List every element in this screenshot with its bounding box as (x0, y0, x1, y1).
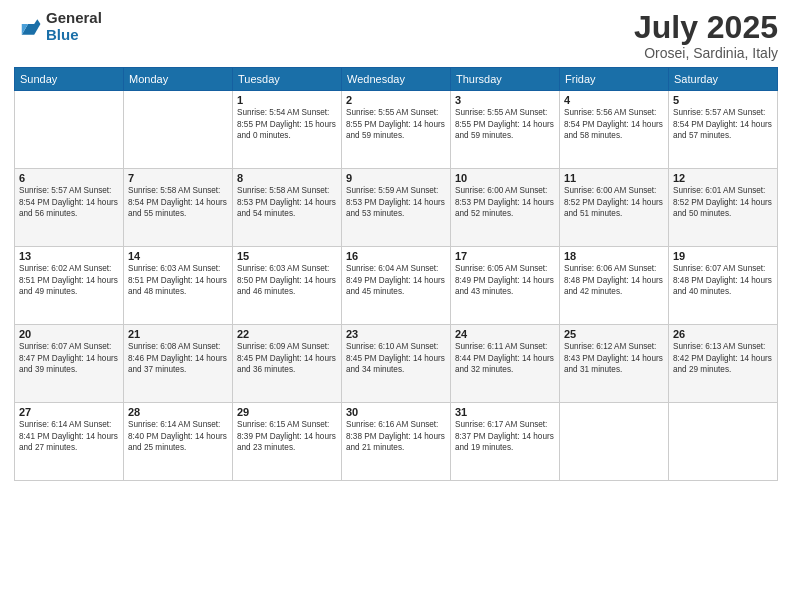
day-info: Sunrise: 6:00 AM Sunset: 8:52 PM Dayligh… (564, 185, 664, 219)
location-subtitle: Orosei, Sardinia, Italy (634, 45, 778, 61)
calendar-header-row: Sunday Monday Tuesday Wednesday Thursday… (15, 68, 778, 91)
calendar-cell (669, 403, 778, 481)
day-number: 1 (237, 94, 337, 106)
day-number: 23 (346, 328, 446, 340)
calendar-cell: 6Sunrise: 5:57 AM Sunset: 8:54 PM Daylig… (15, 169, 124, 247)
day-number: 16 (346, 250, 446, 262)
day-info: Sunrise: 6:14 AM Sunset: 8:40 PM Dayligh… (128, 419, 228, 453)
day-number: 6 (19, 172, 119, 184)
day-number: 31 (455, 406, 555, 418)
day-info: Sunrise: 6:07 AM Sunset: 8:48 PM Dayligh… (673, 263, 773, 297)
calendar-cell (124, 91, 233, 169)
day-info: Sunrise: 6:02 AM Sunset: 8:51 PM Dayligh… (19, 263, 119, 297)
day-info: Sunrise: 5:58 AM Sunset: 8:53 PM Dayligh… (237, 185, 337, 219)
day-number: 5 (673, 94, 773, 106)
day-info: Sunrise: 6:14 AM Sunset: 8:41 PM Dayligh… (19, 419, 119, 453)
day-number: 30 (346, 406, 446, 418)
calendar-cell: 5Sunrise: 5:57 AM Sunset: 8:54 PM Daylig… (669, 91, 778, 169)
day-info: Sunrise: 5:58 AM Sunset: 8:54 PM Dayligh… (128, 185, 228, 219)
day-number: 10 (455, 172, 555, 184)
calendar-week-2: 6Sunrise: 5:57 AM Sunset: 8:54 PM Daylig… (15, 169, 778, 247)
day-info: Sunrise: 5:55 AM Sunset: 8:55 PM Dayligh… (455, 107, 555, 141)
calendar-cell: 8Sunrise: 5:58 AM Sunset: 8:53 PM Daylig… (233, 169, 342, 247)
day-number: 28 (128, 406, 228, 418)
day-info: Sunrise: 6:11 AM Sunset: 8:44 PM Dayligh… (455, 341, 555, 375)
day-info: Sunrise: 6:08 AM Sunset: 8:46 PM Dayligh… (128, 341, 228, 375)
day-number: 15 (237, 250, 337, 262)
day-number: 9 (346, 172, 446, 184)
day-number: 3 (455, 94, 555, 106)
calendar-cell: 13Sunrise: 6:02 AM Sunset: 8:51 PM Dayli… (15, 247, 124, 325)
day-info: Sunrise: 6:03 AM Sunset: 8:51 PM Dayligh… (128, 263, 228, 297)
logo-text: General Blue (46, 10, 102, 43)
calendar-cell: 22Sunrise: 6:09 AM Sunset: 8:45 PM Dayli… (233, 325, 342, 403)
calendar-cell: 24Sunrise: 6:11 AM Sunset: 8:44 PM Dayli… (451, 325, 560, 403)
calendar-cell: 23Sunrise: 6:10 AM Sunset: 8:45 PM Dayli… (342, 325, 451, 403)
calendar-cell: 9Sunrise: 5:59 AM Sunset: 8:53 PM Daylig… (342, 169, 451, 247)
col-monday: Monday (124, 68, 233, 91)
calendar-week-3: 13Sunrise: 6:02 AM Sunset: 8:51 PM Dayli… (15, 247, 778, 325)
logo: General Blue (14, 10, 102, 43)
day-info: Sunrise: 6:15 AM Sunset: 8:39 PM Dayligh… (237, 419, 337, 453)
logo-general: General (46, 10, 102, 27)
calendar-cell: 26Sunrise: 6:13 AM Sunset: 8:42 PM Dayli… (669, 325, 778, 403)
col-thursday: Thursday (451, 68, 560, 91)
logo-icon (14, 13, 42, 41)
day-number: 13 (19, 250, 119, 262)
calendar-cell: 15Sunrise: 6:03 AM Sunset: 8:50 PM Dayli… (233, 247, 342, 325)
day-number: 21 (128, 328, 228, 340)
col-saturday: Saturday (669, 68, 778, 91)
col-wednesday: Wednesday (342, 68, 451, 91)
day-number: 24 (455, 328, 555, 340)
day-number: 25 (564, 328, 664, 340)
title-block: July 2025 Orosei, Sardinia, Italy (634, 10, 778, 61)
calendar-cell: 30Sunrise: 6:16 AM Sunset: 8:38 PM Dayli… (342, 403, 451, 481)
calendar-week-1: 1Sunrise: 5:54 AM Sunset: 8:55 PM Daylig… (15, 91, 778, 169)
day-info: Sunrise: 6:09 AM Sunset: 8:45 PM Dayligh… (237, 341, 337, 375)
day-info: Sunrise: 5:57 AM Sunset: 8:54 PM Dayligh… (673, 107, 773, 141)
calendar-cell: 28Sunrise: 6:14 AM Sunset: 8:40 PM Dayli… (124, 403, 233, 481)
day-info: Sunrise: 6:03 AM Sunset: 8:50 PM Dayligh… (237, 263, 337, 297)
day-info: Sunrise: 6:13 AM Sunset: 8:42 PM Dayligh… (673, 341, 773, 375)
calendar-cell: 31Sunrise: 6:17 AM Sunset: 8:37 PM Dayli… (451, 403, 560, 481)
col-tuesday: Tuesday (233, 68, 342, 91)
calendar-week-5: 27Sunrise: 6:14 AM Sunset: 8:41 PM Dayli… (15, 403, 778, 481)
day-info: Sunrise: 6:07 AM Sunset: 8:47 PM Dayligh… (19, 341, 119, 375)
day-info: Sunrise: 6:01 AM Sunset: 8:52 PM Dayligh… (673, 185, 773, 219)
day-number: 27 (19, 406, 119, 418)
calendar-cell: 16Sunrise: 6:04 AM Sunset: 8:49 PM Dayli… (342, 247, 451, 325)
day-number: 12 (673, 172, 773, 184)
day-info: Sunrise: 6:17 AM Sunset: 8:37 PM Dayligh… (455, 419, 555, 453)
day-info: Sunrise: 5:54 AM Sunset: 8:55 PM Dayligh… (237, 107, 337, 141)
svg-marker-2 (34, 19, 40, 24)
page-header: General Blue July 2025 Orosei, Sardinia,… (14, 10, 778, 61)
day-number: 2 (346, 94, 446, 106)
day-info: Sunrise: 6:06 AM Sunset: 8:48 PM Dayligh… (564, 263, 664, 297)
calendar-cell: 4Sunrise: 5:56 AM Sunset: 8:54 PM Daylig… (560, 91, 669, 169)
day-info: Sunrise: 5:57 AM Sunset: 8:54 PM Dayligh… (19, 185, 119, 219)
day-number: 8 (237, 172, 337, 184)
col-sunday: Sunday (15, 68, 124, 91)
day-number: 26 (673, 328, 773, 340)
day-info: Sunrise: 5:55 AM Sunset: 8:55 PM Dayligh… (346, 107, 446, 141)
day-number: 11 (564, 172, 664, 184)
calendar-cell: 2Sunrise: 5:55 AM Sunset: 8:55 PM Daylig… (342, 91, 451, 169)
day-number: 14 (128, 250, 228, 262)
month-title: July 2025 (634, 10, 778, 45)
calendar-cell: 10Sunrise: 6:00 AM Sunset: 8:53 PM Dayli… (451, 169, 560, 247)
logo-blue: Blue (46, 27, 102, 44)
calendar-cell: 18Sunrise: 6:06 AM Sunset: 8:48 PM Dayli… (560, 247, 669, 325)
calendar-cell (15, 91, 124, 169)
day-number: 17 (455, 250, 555, 262)
day-info: Sunrise: 6:04 AM Sunset: 8:49 PM Dayligh… (346, 263, 446, 297)
day-info: Sunrise: 5:59 AM Sunset: 8:53 PM Dayligh… (346, 185, 446, 219)
calendar-table: Sunday Monday Tuesday Wednesday Thursday… (14, 67, 778, 481)
day-number: 20 (19, 328, 119, 340)
day-info: Sunrise: 6:10 AM Sunset: 8:45 PM Dayligh… (346, 341, 446, 375)
day-info: Sunrise: 6:00 AM Sunset: 8:53 PM Dayligh… (455, 185, 555, 219)
day-number: 29 (237, 406, 337, 418)
calendar-cell: 3Sunrise: 5:55 AM Sunset: 8:55 PM Daylig… (451, 91, 560, 169)
day-number: 18 (564, 250, 664, 262)
col-friday: Friday (560, 68, 669, 91)
day-number: 4 (564, 94, 664, 106)
